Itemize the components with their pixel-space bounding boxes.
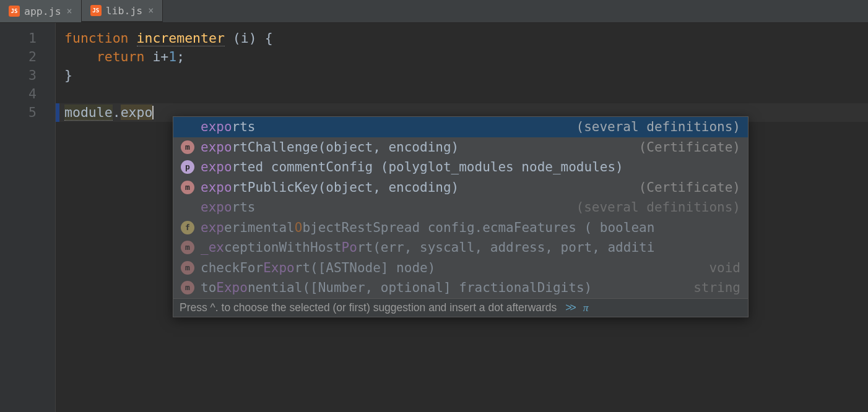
close-icon[interactable]: × bbox=[147, 5, 155, 16]
suggestion-text: experimentalObjectRestSpread config.ecma… bbox=[201, 218, 740, 237]
tab-bar-spacer bbox=[163, 0, 868, 22]
suggestion-item[interactable]: fexperimentalObjectRestSpread config.ecm… bbox=[173, 218, 748, 238]
suggestion-item[interactable]: exports(several definitions) bbox=[173, 117, 748, 137]
p-kind-icon: p bbox=[181, 160, 194, 174]
suggestion-text: _exceptionWithHostPort(err, syscall, add… bbox=[201, 238, 740, 257]
hint-text: Press ^. to choose the selected (or firs… bbox=[180, 298, 557, 317]
line-number: 2 bbox=[0, 48, 55, 66]
suggestion-text: exportChallenge(object, encoding) bbox=[201, 138, 633, 157]
expand-icon[interactable]: >> bbox=[565, 298, 574, 317]
code-line[interactable]: return i+1; bbox=[56, 48, 868, 66]
line-gutter: 1 2 3 4 5 bbox=[0, 23, 56, 412]
suggestion-tail: (several definitions) bbox=[576, 198, 740, 217]
suggestion-item[interactable]: mtoExponential([Number, optional] fracti… bbox=[173, 278, 748, 298]
suggestion-tail: (Certificate) bbox=[639, 138, 740, 157]
autocomplete-hint-bar: Press ^. to choose the selected (or firs… bbox=[173, 298, 748, 317]
f-kind-icon: f bbox=[181, 221, 194, 234]
autocomplete-popup: exports(several definitions)mexportChall… bbox=[173, 116, 749, 317]
tab-app-js[interactable]: JS app.js × bbox=[0, 0, 82, 22]
tab-lib-js[interactable]: JS lib.js × bbox=[82, 0, 163, 22]
tab-bar: JS app.js × JS lib.js × bbox=[0, 0, 868, 23]
line-number: 4 bbox=[0, 85, 55, 103]
tab-label: lib.js bbox=[106, 5, 143, 17]
suggestion-item[interactable]: mexportChallenge(object, encoding) (Cert… bbox=[173, 137, 748, 158]
suggestion-text: checkForExport([ASTNode] node) bbox=[201, 259, 703, 277]
code-line[interactable] bbox=[56, 85, 868, 103]
suggestion-tail: (several definitions) bbox=[576, 118, 740, 136]
code-area[interactable]: function incrementer (i) { return i+1; }… bbox=[56, 23, 868, 412]
suggestion-item[interactable]: pexported commentConfig (polyglot_module… bbox=[173, 157, 748, 178]
line-number: 1 bbox=[0, 29, 55, 48]
line-number: 5 bbox=[0, 103, 55, 122]
suggestion-item[interactable]: mcheckForExport([ASTNode] node)void bbox=[173, 258, 748, 278]
editor: 1 2 3 4 5 function incrementer (i) { ret… bbox=[0, 23, 868, 412]
suggestion-text: exports bbox=[201, 118, 570, 136]
suggestion-item[interactable]: mexportPublicKey(object, encoding) (Cert… bbox=[173, 178, 748, 198]
tab-label: app.js bbox=[24, 6, 61, 17]
m-kind-icon: m bbox=[181, 241, 194, 254]
m-kind-icon: m bbox=[181, 181, 194, 194]
js-file-icon: JS bbox=[90, 5, 102, 16]
suggestion-text: toExponential([Number, optional] fractio… bbox=[201, 278, 687, 297]
pi-icon[interactable]: π bbox=[583, 298, 589, 317]
code-line[interactable]: } bbox=[56, 66, 868, 85]
suggestion-tail: (Certificate) bbox=[639, 178, 740, 197]
text-caret bbox=[152, 106, 154, 119]
suggestion-item[interactable]: m_exceptionWithHostPort(err, syscall, ad… bbox=[173, 238, 748, 258]
suggestion-item[interactable]: exports(several definitions) bbox=[173, 197, 748, 218]
current-line-marker bbox=[56, 103, 59, 122]
line-number: 3 bbox=[0, 66, 55, 85]
suggestion-text: exports bbox=[201, 198, 570, 217]
m-kind-icon: m bbox=[181, 261, 194, 275]
suggestion-tail: string bbox=[693, 278, 740, 297]
js-file-icon: JS bbox=[9, 6, 20, 17]
close-icon[interactable]: × bbox=[66, 6, 74, 17]
suggestion-text: exported commentConfig (polyglot_modules… bbox=[201, 158, 740, 176]
suggestion-text: exportPublicKey(object, encoding) bbox=[201, 178, 633, 197]
code-line[interactable]: function incrementer (i) { bbox=[56, 29, 868, 48]
suggestion-tail: void bbox=[709, 259, 740, 277]
m-kind-icon: m bbox=[181, 281, 194, 294]
m-kind-icon: m bbox=[181, 140, 194, 154]
